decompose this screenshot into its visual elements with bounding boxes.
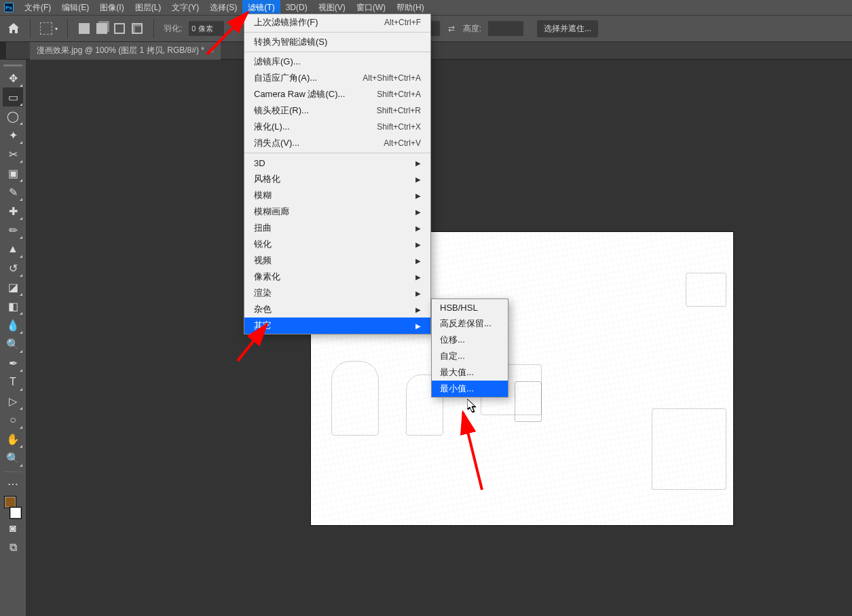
sketch-shape <box>515 381 542 422</box>
quick-select-tool[interactable]: ✦ <box>3 126 23 145</box>
submenu-item-label: 位移... <box>440 334 465 346</box>
zoom-tool[interactable]: 🔍 <box>3 448 23 467</box>
menu-item-label: 液化(L)... <box>254 121 290 133</box>
menu-file[interactable]: 文件(F) <box>19 0 56 16</box>
menu-shortcut: Alt+Ctrl+V <box>384 138 421 148</box>
sketch-shape <box>331 361 379 436</box>
tab-handle[interactable] <box>0 42 7 60</box>
filter-menu-item[interactable]: 镜头校正(R)...Shift+Ctrl+R <box>244 102 430 119</box>
selection-subtract-icon[interactable] <box>113 22 126 35</box>
gradient-tool[interactable]: ◧ <box>3 296 23 315</box>
menu-3d[interactable]: 3D(D) <box>280 1 313 14</box>
hand-tool[interactable]: ✋ <box>3 429 23 448</box>
submenu-arrow-icon: ▶ <box>415 306 421 313</box>
submenu-item[interactable]: HSB/HSL <box>432 299 508 315</box>
filter-menu-item[interactable]: 风格化▶ <box>244 171 430 187</box>
filter-menu-item[interactable]: 扭曲▶ <box>244 220 430 236</box>
shape-tool[interactable]: ○ <box>3 410 23 429</box>
menu-shortcut: Alt+Shift+Ctrl+A <box>363 73 421 83</box>
filter-menu-item[interactable]: 消失点(V)...Alt+Ctrl+V <box>244 135 430 151</box>
toolbar-grip[interactable] <box>3 64 22 66</box>
type-tool[interactable]: T <box>3 372 23 391</box>
selection-new-icon[interactable] <box>77 22 91 35</box>
pen-tool[interactable]: ✒ <box>3 353 23 372</box>
menu-item-label: 锐化 <box>254 238 272 250</box>
submenu-item[interactable]: 高反差保留... <box>432 315 508 332</box>
selection-intersect-icon[interactable] <box>130 22 144 35</box>
menu-type[interactable]: 文字(Y) <box>166 0 204 16</box>
sketch-shape <box>652 408 726 490</box>
dodge-tool[interactable]: 🔍 <box>3 334 23 353</box>
submenu-item[interactable]: 最大值... <box>432 364 508 381</box>
document-tab[interactable]: 漫画效果.jpg @ 100% (图层 1 拷贝, RGB/8#) * × <box>30 42 221 60</box>
menu-item-label: 模糊 <box>254 189 272 201</box>
stamp-tool[interactable]: ▲ <box>3 239 23 258</box>
frame-tool[interactable]: ▣ <box>3 163 23 182</box>
toolbar-sep <box>3 471 22 472</box>
lasso-tool[interactable]: ◯ <box>3 107 23 126</box>
history-brush-tool[interactable]: ↺ <box>3 258 23 277</box>
menu-layer[interactable]: 图层(L) <box>130 0 167 16</box>
feather-label: 羽化: <box>164 23 182 35</box>
filter-menu-item[interactable]: 像素化▶ <box>244 269 430 285</box>
menu-item-label: 渲染 <box>254 287 272 299</box>
submenu-item-label: 自定... <box>440 350 465 362</box>
submenu-arrow-icon: ▶ <box>415 159 421 167</box>
crop-tool[interactable]: ✂ <box>3 145 23 163</box>
swap-dimensions-icon[interactable]: ⇄ <box>448 24 455 33</box>
menu-item-label: 像素化 <box>254 271 280 283</box>
filter-menu-item[interactable]: 上次滤镜操作(F)Alt+Ctrl+F <box>244 14 430 31</box>
filter-menu-item[interactable]: Camera Raw 滤镜(C)...Shift+Ctrl+A <box>244 86 430 102</box>
svg-line-2 <box>463 412 482 490</box>
height-input[interactable] <box>488 21 523 36</box>
path-select-tool[interactable]: ▷ <box>3 391 23 410</box>
filter-menu-item[interactable]: 液化(L)...Shift+Ctrl+X <box>244 119 430 135</box>
height-label: 高度: <box>463 23 481 35</box>
submenu-arrow-icon: ▶ <box>415 208 421 216</box>
filter-menu-item[interactable]: 渲染▶ <box>244 285 430 301</box>
home-button[interactable] <box>7 22 20 35</box>
eyedropper-tool[interactable]: ✎ <box>3 182 23 201</box>
screen-mode-button[interactable]: ⧉ <box>3 538 23 557</box>
menu-edit[interactable]: 编辑(E) <box>56 0 94 16</box>
submenu-item[interactable]: 自定... <box>432 348 508 364</box>
submenu-item[interactable]: 最小值... <box>432 381 508 397</box>
sketch-shape <box>686 273 726 307</box>
quick-mask-button[interactable]: ◙ <box>3 519 23 538</box>
marquee-tool[interactable]: ▭ <box>3 88 23 107</box>
background-color[interactable] <box>10 507 22 519</box>
filter-menu-item[interactable]: 3D▶ <box>244 155 430 171</box>
menu-item-label: 模糊画廊 <box>254 206 289 218</box>
menu-item-label: 视频 <box>254 254 272 267</box>
filter-menu-item[interactable]: 视频▶ <box>244 252 430 269</box>
document-title: 漫画效果.jpg @ 100% (图层 1 拷贝, RGB/8#) * <box>37 45 204 56</box>
filter-menu-item[interactable]: 锐化▶ <box>244 236 430 252</box>
filter-menu-item[interactable]: 杂色▶ <box>244 301 430 317</box>
submenu-item-label: 最大值... <box>440 366 474 379</box>
menu-shortcut: Shift+Ctrl+X <box>377 122 421 132</box>
filter-menu-item[interactable]: 转换为智能滤镜(S) <box>244 34 430 50</box>
eraser-tool[interactable]: ◪ <box>3 277 23 296</box>
select-and-mask-button[interactable]: 选择并遮住... <box>537 20 598 37</box>
submenu-item-label: HSB/HSL <box>440 303 478 313</box>
menubar: Ps 文件(F) 编辑(E) 图像(I) 图层(L) 文字(Y) 选择(S) 滤… <box>0 0 852 15</box>
menu-item-label: 风格化 <box>254 173 280 185</box>
ps-logo: Ps <box>4 3 14 12</box>
annotation-arrow <box>456 407 490 498</box>
filter-menu-item[interactable]: 滤镜库(G)... <box>244 54 430 70</box>
blur-tool[interactable]: 💧 <box>3 315 23 334</box>
selection-add-icon[interactable] <box>95 22 109 35</box>
healing-tool[interactable]: ✚ <box>3 201 23 220</box>
edit-toolbar-button[interactable]: ⋯ <box>3 474 23 493</box>
filter-menu-item[interactable]: 自适应广角(A)...Alt+Shift+Ctrl+A <box>244 70 430 86</box>
marquee-preset[interactable]: ▾ <box>40 22 58 35</box>
svg-line-0 <box>207 12 248 54</box>
color-swatches[interactable] <box>3 496 23 519</box>
submenu-item[interactable]: 位移... <box>432 332 508 348</box>
menu-image[interactable]: 图像(I) <box>94 0 129 16</box>
filter-menu-item[interactable]: 模糊▶ <box>244 187 430 204</box>
filter-other-submenu: HSB/HSL高反差保留...位移...自定...最大值...最小值... <box>431 299 508 398</box>
brush-tool[interactable]: ✏ <box>3 220 23 239</box>
filter-menu-item[interactable]: 模糊画廊▶ <box>244 204 430 220</box>
move-tool[interactable]: ✥ <box>3 69 23 88</box>
